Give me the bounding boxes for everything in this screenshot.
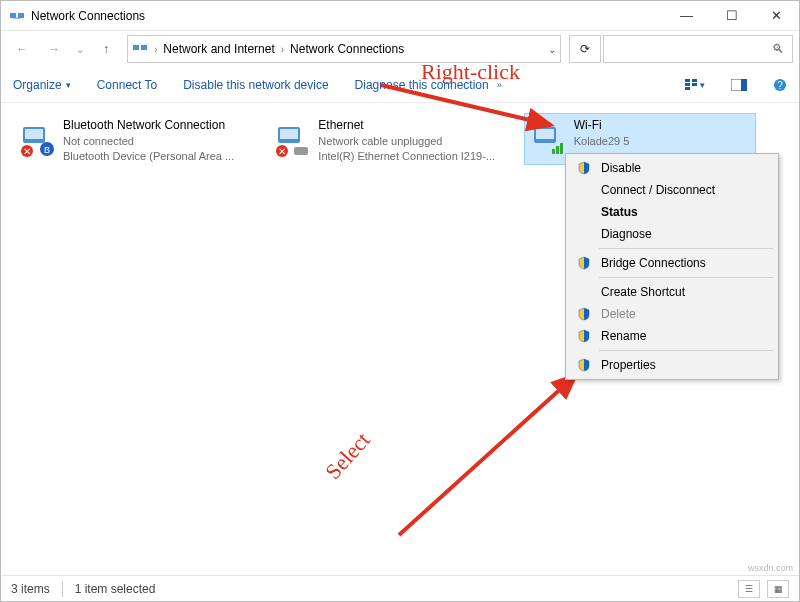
svg-line-31 xyxy=(399,375,576,535)
connect-to-button[interactable]: Connect To xyxy=(97,78,158,92)
ctx-connect[interactable]: Connect / Disconnect xyxy=(569,179,775,201)
app-icon xyxy=(9,8,25,24)
ethernet-icon: ✕ xyxy=(272,117,312,161)
item-count: 3 items xyxy=(11,582,50,596)
ctx-bridge[interactable]: Bridge Connections xyxy=(569,252,775,274)
ctx-diagnose[interactable]: Diagnose xyxy=(569,223,775,245)
view-menu[interactable]: ▾ xyxy=(684,78,705,92)
recent-dropdown[interactable]: ⌄ xyxy=(71,35,89,63)
help-button[interactable]: ? xyxy=(773,78,787,92)
diagnose-button[interactable]: Diagnose this connection» xyxy=(355,78,502,92)
svg-rect-9 xyxy=(692,83,697,86)
forward-button[interactable]: → xyxy=(39,35,69,63)
svg-rect-29 xyxy=(560,143,563,154)
selected-count: 1 item selected xyxy=(75,582,156,596)
connection-bluetooth[interactable]: ✕B Bluetooth Network Connection Not conn… xyxy=(13,113,265,169)
wifi-icon xyxy=(528,117,568,161)
bluetooth-icon: ✕B xyxy=(17,117,57,161)
svg-text:?: ? xyxy=(777,80,783,91)
connection-device: Intel(R) Ethernet Connection I219-... xyxy=(318,149,495,164)
svg-rect-27 xyxy=(552,149,555,154)
divider xyxy=(62,581,63,597)
svg-rect-3 xyxy=(133,45,139,50)
svg-text:B: B xyxy=(44,145,50,155)
svg-rect-0 xyxy=(10,13,16,18)
status-bar: 3 items 1 item selected ☰ ▦ xyxy=(1,575,799,601)
search-input[interactable]: 🔍︎ xyxy=(603,35,793,63)
back-button[interactable]: ← xyxy=(7,35,37,63)
connection-status: Kolade29 5 xyxy=(574,134,630,149)
ctx-rename[interactable]: Rename xyxy=(569,325,775,347)
connection-device: Bluetooth Device (Personal Area ... xyxy=(63,149,234,164)
connection-name: Ethernet xyxy=(318,117,495,134)
separator xyxy=(599,277,773,278)
close-button[interactable]: ✕ xyxy=(754,1,799,31)
window-title: Network Connections xyxy=(31,9,664,23)
chevron-down-icon[interactable]: ⌄ xyxy=(548,44,556,55)
separator xyxy=(599,248,773,249)
connection-name: Bluetooth Network Connection xyxy=(63,117,234,134)
annotation-select-label: Select xyxy=(320,427,375,484)
svg-rect-4 xyxy=(141,45,147,50)
details-view-button[interactable]: ☰ xyxy=(738,580,760,598)
maximize-button[interactable]: ☐ xyxy=(709,1,754,31)
svg-rect-5 xyxy=(685,79,690,82)
shield-icon xyxy=(573,329,595,343)
ctx-shortcut[interactable]: Create Shortcut xyxy=(569,281,775,303)
tiles-view-button[interactable]: ▦ xyxy=(767,580,789,598)
shield-icon xyxy=(573,161,595,175)
svg-rect-11 xyxy=(741,79,747,91)
nav-row: ← → ⌄ ↑ › Network and Internet › Network… xyxy=(1,31,799,67)
preview-pane-button[interactable] xyxy=(731,79,747,91)
connection-ethernet[interactable]: ✕ Ethernet Network cable unplugged Intel… xyxy=(268,113,520,169)
svg-rect-6 xyxy=(685,83,690,86)
titlebar: Network Connections — ☐ ✕ xyxy=(1,1,799,31)
command-bar: Organize▾ Connect To Disable this networ… xyxy=(1,67,799,103)
context-menu: Disable Connect / Disconnect Status Diag… xyxy=(565,153,779,380)
svg-rect-8 xyxy=(692,79,697,82)
shield-icon xyxy=(573,256,595,270)
connection-name: Wi-Fi xyxy=(574,117,630,134)
address-bar[interactable]: › Network and Internet › Network Connect… xyxy=(127,35,561,63)
connection-status: Not connected xyxy=(63,134,234,149)
up-button[interactable]: ↑ xyxy=(91,35,121,63)
address-icon xyxy=(132,40,148,59)
svg-rect-26 xyxy=(536,129,554,139)
connection-status: Network cable unplugged xyxy=(318,134,495,149)
watermark: wsxdn.com xyxy=(748,563,793,573)
search-icon: 🔍︎ xyxy=(772,42,784,56)
shield-icon xyxy=(573,307,595,321)
svg-rect-15 xyxy=(25,129,43,139)
breadcrumb-1[interactable]: Network and Internet xyxy=(163,42,274,56)
chevron-icon: › xyxy=(281,44,284,55)
annotation-select-arrow xyxy=(381,365,591,545)
ctx-properties[interactable]: Properties xyxy=(569,354,775,376)
ctx-delete: Delete xyxy=(569,303,775,325)
svg-rect-1 xyxy=(18,13,24,18)
svg-rect-7 xyxy=(685,87,690,90)
svg-rect-24 xyxy=(294,147,308,155)
breadcrumb-2[interactable]: Network Connections xyxy=(290,42,404,56)
minimize-button[interactable]: — xyxy=(664,1,709,31)
chevron-icon: › xyxy=(154,44,157,55)
organize-menu[interactable]: Organize▾ xyxy=(13,78,71,92)
svg-text:✕: ✕ xyxy=(278,146,286,157)
svg-text:✕: ✕ xyxy=(23,146,31,157)
refresh-button[interactable]: ⟳ xyxy=(569,35,601,63)
separator xyxy=(599,350,773,351)
svg-rect-28 xyxy=(556,146,559,154)
disable-device-button[interactable]: Disable this network device xyxy=(183,78,328,92)
ctx-status[interactable]: Status xyxy=(569,201,775,223)
svg-rect-21 xyxy=(280,129,298,139)
ctx-disable[interactable]: Disable xyxy=(569,157,775,179)
shield-icon xyxy=(573,358,595,372)
